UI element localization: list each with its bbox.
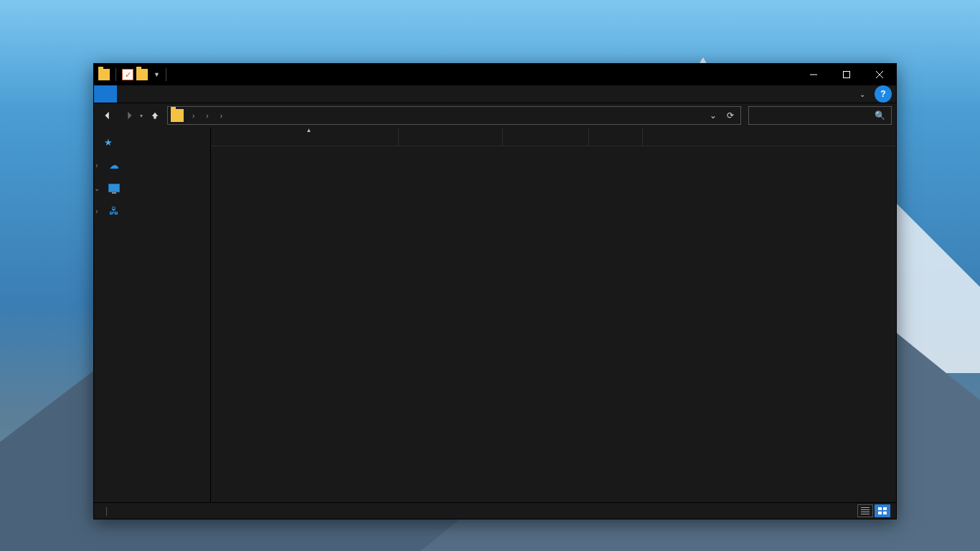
ribbon-tabs: ⌄ ? (94, 85, 896, 103)
quick-access-toolbar: ✓ ▼ (94, 68, 169, 81)
history-dropdown-icon[interactable]: ▾ (140, 113, 143, 119)
close-button[interactable] (863, 64, 896, 85)
chevron-right-icon[interactable]: › (202, 112, 212, 120)
qat-dropdown-icon[interactable]: ▼ (154, 71, 160, 78)
column-headers: ▲ (211, 128, 896, 146)
chevron-right-icon[interactable]: › (188, 112, 199, 120)
tab-home[interactable] (117, 85, 140, 103)
address-dropdown-icon[interactable]: ⌄ (705, 107, 722, 124)
navigation-tree[interactable]: ★ › ☁ ⌄ › 🖧 (94, 128, 211, 502)
tree-network[interactable]: › 🖧 (94, 202, 210, 220)
cloud-icon: ☁ (108, 159, 120, 171)
maximize-button[interactable] (830, 64, 863, 85)
up-button[interactable] (146, 105, 164, 126)
network-icon: 🖧 (108, 205, 120, 217)
column-date[interactable] (399, 128, 503, 146)
new-folder-icon[interactable] (136, 69, 148, 80)
back-button[interactable] (98, 105, 117, 126)
view-large-icons-button[interactable] (875, 504, 890, 517)
chevron-down-icon[interactable]: ⌄ (94, 184, 101, 192)
chevron-right-icon[interactable]: › (94, 207, 101, 215)
tree-quick-access[interactable]: ★ (94, 133, 210, 151)
pc-icon (108, 184, 120, 192)
explorer-window: ✓ ▼ ⌄ ? ▾ › › › (93, 63, 897, 519)
view-details-button[interactable] (857, 504, 873, 517)
navigation-bar: ▾ › › › ⌄ ⟳ 🔍 (94, 103, 896, 128)
tab-file[interactable] (94, 85, 117, 103)
column-size[interactable] (589, 128, 643, 146)
titlebar[interactable]: ✓ ▼ (94, 64, 896, 85)
address-bar[interactable]: › › › ⌄ ⟳ (167, 106, 741, 125)
column-name[interactable]: ▲ (220, 128, 399, 146)
ribbon-collapse-icon[interactable]: ⌄ (850, 85, 875, 103)
tree-onedrive[interactable]: › ☁ (94, 156, 210, 174)
star-icon: ★ (103, 136, 114, 148)
search-icon: 🔍 (875, 110, 885, 121)
svg-rect-1 (844, 72, 850, 78)
tab-share[interactable] (140, 85, 163, 103)
minimize-button[interactable] (797, 64, 830, 85)
folder-icon (171, 109, 184, 122)
folder-icon[interactable] (98, 69, 110, 80)
search-input[interactable]: 🔍 (748, 106, 892, 125)
refresh-icon[interactable]: ⟳ (722, 107, 739, 124)
sort-asc-icon: ▲ (306, 127, 312, 133)
status-bar: | (94, 502, 896, 519)
column-type[interactable] (503, 128, 589, 146)
forward-button[interactable] (120, 105, 138, 126)
properties-icon[interactable]: ✓ (122, 69, 133, 80)
tab-view[interactable] (163, 85, 186, 103)
file-list: ▲ (211, 128, 896, 502)
tree-this-pc[interactable]: ⌄ (94, 179, 210, 197)
chevron-right-icon[interactable]: › (216, 112, 227, 120)
help-icon[interactable]: ? (875, 85, 892, 103)
chevron-right-icon[interactable]: › (94, 161, 101, 169)
